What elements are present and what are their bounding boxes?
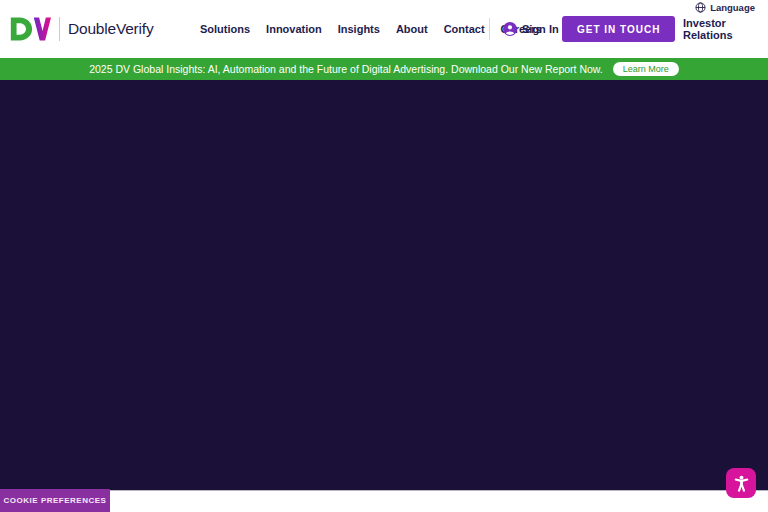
dv-monogram-icon (10, 16, 51, 42)
top-header: DoubleVerify Solutions Innovation Insigh… (0, 0, 768, 58)
nav-item-about[interactable]: About (396, 23, 428, 35)
logo-divider (59, 17, 60, 41)
header-vertical-divider (489, 18, 490, 40)
sign-in-button[interactable]: Sign In (503, 0, 559, 58)
nav-item-innovation[interactable]: Innovation (266, 23, 322, 35)
nav-item-solutions[interactable]: Solutions (200, 23, 250, 35)
accessibility-icon (732, 474, 751, 493)
doubleverify-logo-link[interactable]: DoubleVerify (10, 0, 153, 58)
nav-item-insights[interactable]: Insights (338, 23, 380, 35)
nav-item-contact[interactable]: Contact (444, 23, 485, 35)
globe-icon (695, 2, 706, 13)
cookie-preferences-button[interactable]: COOKIE PREFERENCES (0, 489, 110, 512)
announcement-text: 2025 DV Global Insights: AI, Automation … (89, 63, 603, 75)
accessibility-widget-button[interactable] (726, 468, 756, 498)
announcement-banner: 2025 DV Global Insights: AI, Automation … (0, 58, 768, 80)
user-icon (503, 22, 517, 36)
main-nav: Solutions Innovation Insights About Cont… (200, 0, 542, 58)
sign-in-label: Sign In (522, 23, 559, 35)
learn-more-button[interactable]: Learn More (613, 62, 679, 76)
bottom-strip (0, 490, 768, 512)
get-in-touch-button[interactable]: GET IN TOUCH (562, 16, 675, 42)
language-label: Language (710, 2, 755, 13)
logo-wordmark: DoubleVerify (68, 20, 153, 38)
hero-section (0, 80, 768, 490)
doubleverify-homepage: DoubleVerify Solutions Innovation Insigh… (0, 0, 768, 512)
language-selector[interactable]: Language (695, 2, 755, 13)
